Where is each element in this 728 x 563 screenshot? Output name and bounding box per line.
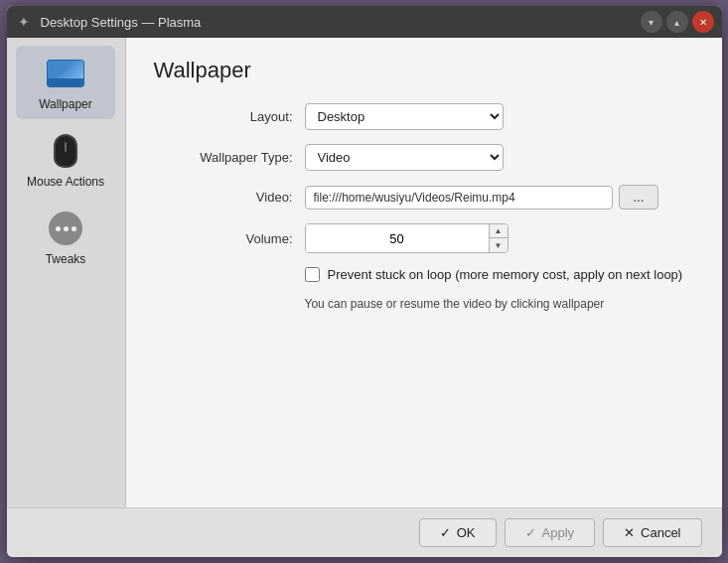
apply-icon: ✓ bbox=[525, 525, 536, 540]
prevent-loop-row: Prevent stuck on loop (more memory cost,… bbox=[305, 267, 694, 282]
volume-value-input[interactable] bbox=[306, 224, 489, 252]
titlebar: ✦ Desktop Settings — Plasma ▾ ▴ ✕ bbox=[7, 6, 722, 38]
volume-control: ▲ ▼ bbox=[305, 223, 694, 253]
hint-text: You can pause or resume the video by cli… bbox=[305, 297, 605, 311]
sidebar-item-tweaks[interactable]: Tweaks bbox=[16, 201, 115, 274]
ok-icon: ✓ bbox=[440, 525, 451, 540]
volume-increment-button[interactable]: ▲ bbox=[490, 224, 508, 238]
hint-row: You can pause or resume the video by cli… bbox=[305, 296, 694, 311]
cancel-button[interactable]: ✕ Cancel bbox=[603, 518, 701, 547]
footer: ✓ OK ✓ Apply ✕ Cancel bbox=[7, 507, 722, 557]
layout-select[interactable]: Desktop Folder View Empty Screen bbox=[305, 103, 504, 130]
apply-label: Apply bbox=[542, 525, 575, 540]
volume-decrement-button[interactable]: ▼ bbox=[490, 238, 508, 252]
spinbox-arrows: ▲ ▼ bbox=[489, 224, 508, 252]
sidebar: Wallpaper Mouse Actions Tweaks bbox=[7, 38, 126, 507]
video-path-input[interactable] bbox=[305, 186, 613, 210]
video-control: ... bbox=[305, 185, 694, 210]
ok-button[interactable]: ✓ OK bbox=[419, 518, 497, 547]
sidebar-item-wallpaper-label: Wallpaper bbox=[39, 97, 92, 111]
layout-control: Desktop Folder View Empty Screen bbox=[305, 103, 694, 130]
apply-button[interactable]: ✓ Apply bbox=[505, 518, 596, 547]
titlebar-title: Desktop Settings — Plasma bbox=[41, 15, 633, 30]
page-title: Wallpaper bbox=[154, 58, 694, 83]
mouse-icon bbox=[46, 131, 85, 171]
cancel-label: Cancel bbox=[641, 525, 680, 540]
sidebar-item-mouse-actions[interactable]: Mouse Actions bbox=[16, 123, 115, 197]
ok-label: OK bbox=[457, 525, 476, 540]
prevent-loop-label[interactable]: Prevent stuck on loop (more memory cost,… bbox=[328, 267, 683, 282]
wallpaper-type-select[interactable]: Video Image Slideshow Color bbox=[305, 144, 504, 171]
titlebar-controls: ▾ ▴ ✕ bbox=[641, 11, 714, 33]
sidebar-item-tweaks-label: Tweaks bbox=[46, 252, 86, 266]
volume-spinbox: ▲ ▼ bbox=[305, 223, 509, 253]
prevent-loop-checkbox[interactable] bbox=[305, 267, 320, 282]
desktop-settings-window: ✦ Desktop Settings — Plasma ▾ ▴ ✕ Wallpa… bbox=[7, 6, 722, 557]
maximize-button[interactable]: ▴ bbox=[666, 11, 688, 33]
video-label: Video: bbox=[154, 190, 293, 205]
volume-label: Volume: bbox=[154, 231, 293, 246]
sidebar-item-wallpaper[interactable]: Wallpaper bbox=[16, 46, 115, 119]
form-grid: Layout: Desktop Folder View Empty Screen… bbox=[154, 103, 694, 311]
wallpaper-type-label: Wallpaper Type: bbox=[154, 150, 293, 165]
wallpaper-type-control: Video Image Slideshow Color bbox=[305, 144, 694, 171]
main-content: Wallpaper Mouse Actions Tweaks bbox=[7, 38, 722, 507]
wallpaper-icon bbox=[46, 54, 85, 93]
tweaks-icon bbox=[46, 209, 85, 248]
browse-button[interactable]: ... bbox=[619, 185, 659, 210]
close-button[interactable]: ✕ bbox=[692, 11, 714, 33]
cancel-icon: ✕ bbox=[624, 525, 635, 540]
sidebar-item-mouse-actions-label: Mouse Actions bbox=[27, 175, 104, 189]
titlebar-app-icon: ✦ bbox=[15, 13, 33, 31]
content-area: Wallpaper Layout: Desktop Folder View Em… bbox=[126, 38, 722, 507]
layout-label: Layout: bbox=[154, 109, 293, 124]
minimize-button[interactable]: ▾ bbox=[641, 11, 662, 33]
